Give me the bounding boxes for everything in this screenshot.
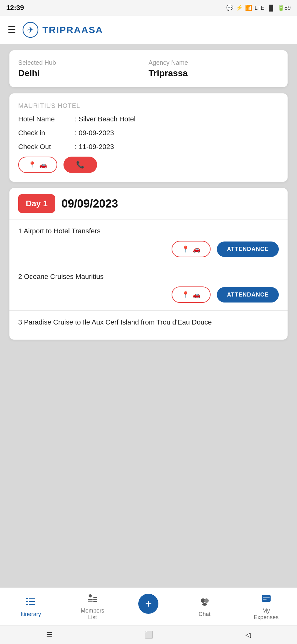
hub-agency-card: Selected Hub Delhi Agency Name Triprassa bbox=[9, 50, 288, 87]
car-icon-2: 🚗 bbox=[193, 291, 201, 298]
hotel-checkout-row: Check Out : 11-09-2023 bbox=[18, 143, 279, 151]
signal-icon: ▐▌ bbox=[267, 5, 275, 11]
nav-item-itinerary[interactable]: Itinerary bbox=[15, 596, 47, 618]
chat-icon bbox=[199, 596, 210, 609]
battery-icon: 🔋89 bbox=[278, 4, 291, 11]
car-icon: 🚗 bbox=[39, 161, 47, 169]
svg-rect-17 bbox=[262, 595, 271, 602]
svg-point-8 bbox=[89, 594, 92, 597]
activity-item-1: 1 Airport to Hotel Transfers 📍 🚗 ATTENDA… bbox=[9, 219, 288, 265]
agency-label: Agency Name bbox=[149, 59, 279, 66]
hotel-call-button[interactable]: 📞 bbox=[63, 157, 97, 173]
hamburger-menu[interactable]: ☰ bbox=[8, 24, 16, 35]
logo-text: TRIPRAASA bbox=[42, 25, 103, 35]
hotel-checkout-label: Check Out bbox=[18, 143, 75, 151]
nav-item-members[interactable]: Members List bbox=[77, 593, 108, 621]
activity-item-3: 3 Paradise Cruise to Ile Aux Cerf Island… bbox=[9, 310, 288, 340]
android-menu-btn[interactable]: ☰ bbox=[46, 631, 52, 639]
activity-actions-2: 📍 🚗 ATTENDANCE bbox=[18, 286, 279, 303]
hotel-name-row: Hotel Name : Silver Beach Hotel bbox=[18, 115, 279, 123]
location-icon-2: 📍 bbox=[182, 291, 190, 298]
hotel-card: MAURITIUS Hotel Hotel Name : Silver Beac… bbox=[9, 93, 288, 182]
svg-rect-2 bbox=[26, 598, 28, 599]
day-date: 09/09/2023 bbox=[61, 197, 118, 210]
bluetooth-icon: ⚡ bbox=[236, 4, 243, 11]
car-icon-1: 🚗 bbox=[193, 245, 201, 253]
activity-item-2: 2 Oceane Cruises Mauritius 📍 🚗 ATTENDANC… bbox=[9, 265, 288, 310]
hotel-title: MAURITIUS Hotel bbox=[18, 102, 279, 109]
svg-rect-11 bbox=[93, 597, 97, 598]
wifi-icon: 📶 bbox=[245, 4, 252, 11]
svg-rect-13 bbox=[93, 601, 97, 602]
svg-text:✈: ✈ bbox=[27, 25, 34, 35]
activity-title-2: 2 Oceane Cruises Mauritius bbox=[18, 273, 279, 281]
svg-rect-10 bbox=[88, 601, 93, 602]
agency-section: Agency Name Triprassa bbox=[149, 59, 279, 78]
main-content: Selected Hub Delhi Agency Name Triprassa… bbox=[0, 44, 297, 610]
svg-rect-19 bbox=[263, 599, 267, 600]
activity-attendance-button-1[interactable]: ATTENDANCE bbox=[217, 242, 279, 257]
hub-label: Selected Hub bbox=[18, 59, 149, 66]
hotel-checkin-row: Check in : 09-09-2023 bbox=[18, 129, 279, 137]
svg-rect-7 bbox=[29, 604, 35, 605]
activity-directions-button-2[interactable]: 📍 🚗 bbox=[172, 286, 211, 303]
nav-item-chat[interactable]: Chat bbox=[189, 596, 220, 618]
hub-section: Selected Hub Delhi bbox=[18, 59, 149, 78]
android-home-btn[interactable]: ⬜ bbox=[145, 631, 153, 639]
hotel-directions-button[interactable]: 📍 🚗 bbox=[18, 157, 57, 173]
activity-title-3: 3 Paradise Cruise to Ile Aux Cerf Island… bbox=[18, 318, 279, 326]
day-badge: Day 1 bbox=[18, 194, 55, 213]
nav-label-chat: Chat bbox=[199, 611, 211, 618]
hotel-checkin-label: Check in bbox=[18, 129, 75, 137]
nav-item-expenses[interactable]: My Expenses bbox=[250, 593, 282, 621]
status-bar: 12:39 💬 ⚡ 📶 LTE ▐▌ 🔋89 bbox=[0, 0, 297, 16]
members-icon bbox=[87, 593, 98, 606]
hotel-checkin-value: : 09-09-2023 bbox=[75, 129, 114, 137]
app-header: ☰ ✈ TRIPRAASA bbox=[0, 16, 297, 44]
itinerary-icon bbox=[25, 596, 36, 609]
android-navigation-bar: ☰ ⬜ ◁ bbox=[0, 625, 297, 644]
svg-rect-5 bbox=[29, 601, 35, 602]
nav-label-expenses: My Expenses bbox=[254, 608, 278, 621]
activity-attendance-button-2[interactable]: ATTENDANCE bbox=[217, 287, 279, 303]
nav-label-members: Members List bbox=[81, 608, 104, 621]
data-icon: LTE bbox=[255, 5, 265, 11]
svg-rect-6 bbox=[26, 604, 28, 605]
nav-label-itinerary: Itinerary bbox=[21, 611, 41, 618]
day-header: Day 1 09/09/2023 bbox=[9, 188, 288, 219]
location-icon: 📍 bbox=[28, 161, 36, 169]
hub-value: Delhi bbox=[18, 68, 149, 78]
hotel-name-label: Hotel Name bbox=[18, 115, 75, 123]
hotel-actions: 📍 🚗 📞 bbox=[18, 157, 279, 173]
logo-icon: ✈ bbox=[22, 22, 39, 38]
svg-point-15 bbox=[204, 598, 209, 603]
hotel-name-value: : Silver Beach Hotel bbox=[75, 115, 135, 123]
svg-rect-12 bbox=[93, 599, 97, 600]
hotel-checkout-value: : 11-09-2023 bbox=[75, 143, 114, 151]
whatsapp-icon: 💬 bbox=[226, 4, 233, 11]
svg-rect-4 bbox=[26, 601, 28, 602]
phone-icon: 📞 bbox=[76, 161, 85, 169]
status-time: 12:39 bbox=[6, 4, 24, 12]
activity-title-1: 1 Airport to Hotel Transfers bbox=[18, 227, 279, 235]
status-icons: 💬 ⚡ 📶 LTE ▐▌ 🔋89 bbox=[226, 4, 291, 11]
location-icon-1: 📍 bbox=[182, 245, 190, 253]
activity-actions-1: 📍 🚗 ATTENDANCE bbox=[18, 241, 279, 257]
logo-area: ✈ TRIPRAASA bbox=[22, 22, 103, 38]
activity-directions-button-1[interactable]: 📍 🚗 bbox=[172, 241, 211, 257]
bottom-navigation: Itinerary Members List + Chat bbox=[0, 587, 297, 625]
expenses-icon bbox=[261, 593, 272, 606]
svg-rect-3 bbox=[29, 598, 35, 599]
agency-value: Triprassa bbox=[149, 68, 279, 78]
android-back-btn[interactable]: ◁ bbox=[245, 631, 251, 639]
svg-rect-9 bbox=[88, 599, 93, 600]
svg-rect-18 bbox=[263, 597, 270, 598]
day-card: Day 1 09/09/2023 1 Airport to Hotel Tran… bbox=[9, 188, 288, 340]
nav-add-button[interactable]: + bbox=[138, 594, 158, 614]
svg-point-16 bbox=[202, 603, 207, 606]
